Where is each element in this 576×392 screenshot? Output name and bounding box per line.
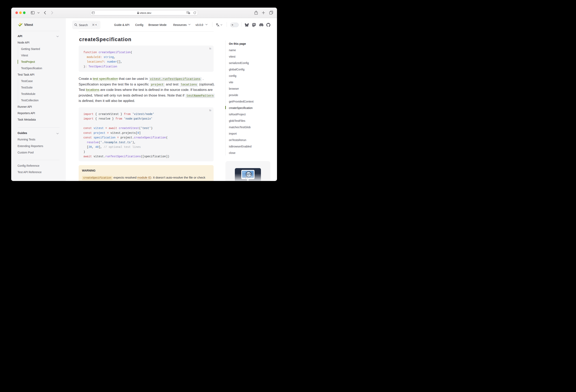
svg-text:A: A: [187, 11, 188, 13]
